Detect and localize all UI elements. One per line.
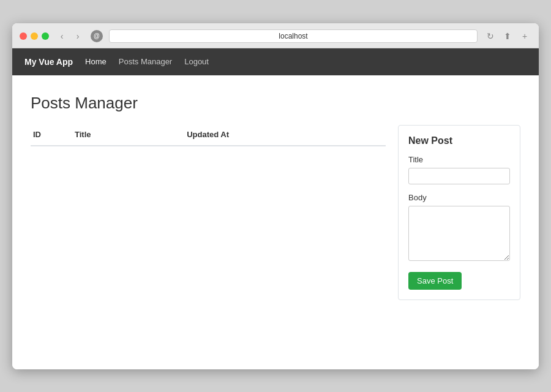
nav-link-home[interactable]: Home: [85, 57, 107, 66]
title-input[interactable]: [408, 168, 510, 184]
back-button[interactable]: ‹: [55, 29, 69, 43]
body-label: Body: [408, 193, 510, 202]
browser-tab-area: @: [91, 30, 103, 42]
app-content: Posts Manager ID Title Updated At: [12, 75, 539, 369]
app-brand: My Vue App: [24, 57, 73, 67]
save-post-button[interactable]: Save Post: [408, 272, 462, 290]
col-header-updated-at: Updated At: [179, 125, 386, 146]
table-section: ID Title Updated At: [31, 125, 386, 146]
share-button[interactable]: ⬆: [501, 29, 514, 43]
new-post-card: New Post Title Body Save Post: [398, 125, 520, 300]
col-header-title: Title: [67, 125, 179, 146]
body-textarea[interactable]: [408, 206, 510, 261]
dot-maximize[interactable]: [42, 32, 49, 40]
browser-titlebar: ‹ › @ localhost ↻ ⬆ +: [12, 23, 539, 48]
dot-minimize[interactable]: [31, 32, 38, 40]
address-bar[interactable]: localhost: [109, 29, 478, 43]
body-form-group: Body: [408, 193, 510, 263]
app-navbar: My Vue App Home Posts Manager Logout: [12, 48, 539, 75]
dot-close[interactable]: [20, 32, 27, 40]
title-label: Title: [408, 155, 510, 164]
nav-link-posts-manager[interactable]: Posts Manager: [119, 57, 172, 66]
title-form-group: Title: [408, 155, 510, 184]
new-post-heading: New Post: [408, 135, 510, 146]
posts-table: ID Title Updated At: [31, 125, 386, 146]
forward-button[interactable]: ›: [71, 29, 84, 43]
browser-dots: [20, 32, 49, 40]
nav-link-logout[interactable]: Logout: [184, 57, 209, 66]
browser-window: ‹ › @ localhost ↻ ⬆ + My Vue App Home Po…: [12, 23, 539, 369]
browser-nav: ‹ ›: [55, 29, 84, 43]
page-title: Posts Manager: [31, 94, 520, 113]
tab-icon: @: [91, 30, 103, 42]
content-layout: ID Title Updated At New Post Title: [31, 125, 520, 300]
refresh-button[interactable]: ↻: [484, 29, 497, 43]
new-tab-button[interactable]: +: [518, 29, 531, 43]
col-header-id: ID: [31, 125, 67, 146]
browser-actions: ↻ ⬆ +: [484, 29, 531, 43]
